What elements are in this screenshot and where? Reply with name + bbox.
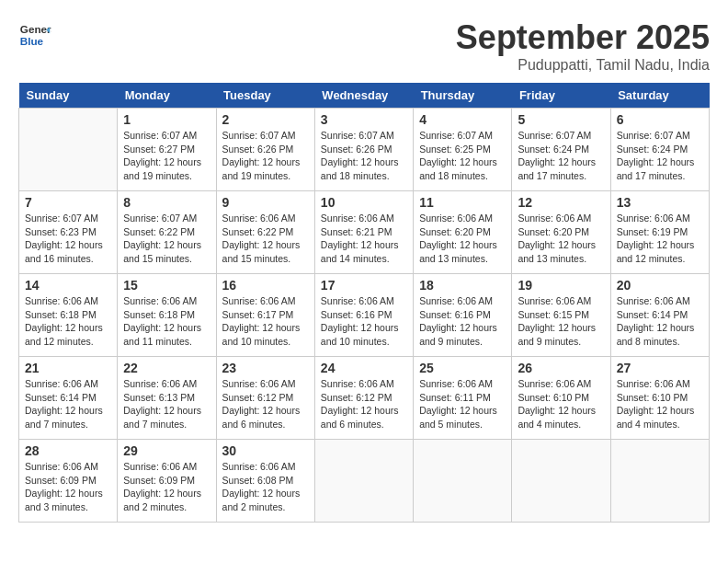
day-header-tuesday: Tuesday [216, 83, 314, 109]
title-area: September 2025 Puduppatti, Tamil Nadu, I… [456, 18, 710, 74]
day-header-sunday: Sunday [19, 83, 118, 109]
date-number: 22 [123, 361, 210, 375]
cell-info: Sunrise: 6:06 AM Sunset: 6:22 PM Dayligh… [222, 212, 309, 266]
date-number: 1 [123, 112, 210, 127]
date-number: 23 [222, 361, 309, 375]
calendar-cell [414, 440, 512, 523]
calendar-cell: 17Sunrise: 6:06 AM Sunset: 6:16 PM Dayli… [314, 274, 413, 357]
date-number: 28 [25, 443, 111, 458]
date-number: 25 [419, 361, 506, 375]
calendar-cell: 13Sunrise: 6:06 AM Sunset: 6:19 PM Dayli… [610, 191, 709, 274]
cell-info: Sunrise: 6:06 AM Sunset: 6:19 PM Dayligh… [617, 212, 703, 266]
calendar-cell: 15Sunrise: 6:06 AM Sunset: 6:18 PM Dayli… [118, 274, 216, 357]
cell-info: Sunrise: 6:07 AM Sunset: 6:26 PM Dayligh… [321, 129, 407, 183]
date-number: 5 [518, 112, 604, 127]
calendar-cell [19, 109, 118, 191]
calendar-cell: 6Sunrise: 6:07 AM Sunset: 6:24 PM Daylig… [610, 109, 709, 191]
cell-info: Sunrise: 6:06 AM Sunset: 6:09 PM Dayligh… [123, 460, 210, 514]
cell-info: Sunrise: 6:06 AM Sunset: 6:12 PM Dayligh… [321, 377, 407, 431]
calendar-cell: 25Sunrise: 6:06 AM Sunset: 6:11 PM Dayli… [414, 357, 512, 440]
date-number: 6 [617, 112, 703, 127]
days-header-row: SundayMondayTuesdayWednesdayThursdayFrid… [19, 83, 710, 109]
day-header-monday: Monday [118, 83, 216, 109]
calendar-cell: 26Sunrise: 6:06 AM Sunset: 6:10 PM Dayli… [512, 357, 610, 440]
calendar-cell: 3Sunrise: 6:07 AM Sunset: 6:26 PM Daylig… [314, 109, 413, 191]
calendar-cell: 4Sunrise: 6:07 AM Sunset: 6:25 PM Daylig… [414, 109, 512, 191]
cell-info: Sunrise: 6:06 AM Sunset: 6:20 PM Dayligh… [518, 212, 604, 266]
date-number: 19 [518, 278, 604, 293]
week-row-4: 21Sunrise: 6:06 AM Sunset: 6:14 PM Dayli… [19, 357, 710, 440]
date-number: 3 [321, 112, 407, 127]
cell-info: Sunrise: 6:06 AM Sunset: 6:13 PM Dayligh… [123, 377, 210, 431]
week-row-2: 7Sunrise: 6:07 AM Sunset: 6:23 PM Daylig… [19, 191, 710, 274]
calendar-cell: 21Sunrise: 6:06 AM Sunset: 6:14 PM Dayli… [19, 357, 118, 440]
day-header-saturday: Saturday [610, 83, 709, 109]
date-number: 29 [123, 443, 210, 458]
date-number: 2 [222, 112, 309, 127]
svg-text:General: General [20, 23, 51, 35]
date-number: 10 [321, 195, 407, 210]
week-row-5: 28Sunrise: 6:06 AM Sunset: 6:09 PM Dayli… [19, 440, 710, 523]
calendar-cell: 24Sunrise: 6:06 AM Sunset: 6:12 PM Dayli… [314, 357, 413, 440]
calendar-cell: 14Sunrise: 6:06 AM Sunset: 6:18 PM Dayli… [19, 274, 118, 357]
cell-info: Sunrise: 6:06 AM Sunset: 6:12 PM Dayligh… [222, 377, 309, 431]
date-number: 16 [222, 278, 309, 293]
date-number: 17 [321, 278, 407, 293]
cell-info: Sunrise: 6:06 AM Sunset: 6:21 PM Dayligh… [321, 212, 407, 266]
cell-info: Sunrise: 6:07 AM Sunset: 6:23 PM Dayligh… [25, 212, 111, 266]
date-number: 30 [222, 443, 309, 458]
date-number: 20 [617, 278, 703, 293]
calendar-cell: 1Sunrise: 6:07 AM Sunset: 6:27 PM Daylig… [118, 109, 216, 191]
cell-info: Sunrise: 6:06 AM Sunset: 6:18 PM Dayligh… [25, 294, 111, 349]
calendar-cell [610, 440, 709, 523]
calendar-cell: 23Sunrise: 6:06 AM Sunset: 6:12 PM Dayli… [216, 357, 314, 440]
cell-info: Sunrise: 6:06 AM Sunset: 6:10 PM Dayligh… [518, 377, 604, 431]
date-number: 15 [123, 278, 210, 293]
calendar-cell: 2Sunrise: 6:07 AM Sunset: 6:26 PM Daylig… [216, 109, 314, 191]
calendar-cell: 7Sunrise: 6:07 AM Sunset: 6:23 PM Daylig… [19, 191, 118, 274]
cell-info: Sunrise: 6:06 AM Sunset: 6:09 PM Dayligh… [25, 460, 111, 514]
date-number: 27 [617, 361, 703, 375]
cell-info: Sunrise: 6:06 AM Sunset: 6:20 PM Dayligh… [419, 212, 506, 266]
calendar-cell: 11Sunrise: 6:06 AM Sunset: 6:20 PM Dayli… [414, 191, 512, 274]
cell-info: Sunrise: 6:06 AM Sunset: 6:10 PM Dayligh… [617, 377, 703, 431]
cell-info: Sunrise: 6:07 AM Sunset: 6:27 PM Dayligh… [123, 129, 210, 183]
calendar-cell: 22Sunrise: 6:06 AM Sunset: 6:13 PM Dayli… [118, 357, 216, 440]
day-header-thursday: Thursday [414, 83, 512, 109]
date-number: 18 [419, 278, 506, 293]
calendar-cell: 28Sunrise: 6:06 AM Sunset: 6:09 PM Dayli… [19, 440, 118, 523]
date-number: 24 [321, 361, 407, 375]
date-number: 7 [25, 195, 111, 210]
date-number: 9 [222, 195, 309, 210]
cell-info: Sunrise: 6:06 AM Sunset: 6:18 PM Dayligh… [123, 294, 210, 349]
calendar-cell: 30Sunrise: 6:06 AM Sunset: 6:08 PM Dayli… [216, 440, 314, 523]
date-number: 8 [123, 195, 210, 210]
calendar-cell: 27Sunrise: 6:06 AM Sunset: 6:10 PM Dayli… [610, 357, 709, 440]
date-number: 11 [419, 195, 506, 210]
calendar-cell: 29Sunrise: 6:06 AM Sunset: 6:09 PM Dayli… [118, 440, 216, 523]
calendar-table: SundayMondayTuesdayWednesdayThursdayFrid… [18, 83, 710, 523]
cell-info: Sunrise: 6:06 AM Sunset: 6:11 PM Dayligh… [419, 377, 506, 431]
date-number: 4 [419, 112, 506, 127]
calendar-cell: 16Sunrise: 6:06 AM Sunset: 6:17 PM Dayli… [216, 274, 314, 357]
cell-info: Sunrise: 6:06 AM Sunset: 6:17 PM Dayligh… [222, 294, 309, 349]
day-header-friday: Friday [512, 83, 610, 109]
calendar-cell: 20Sunrise: 6:06 AM Sunset: 6:14 PM Dayli… [610, 274, 709, 357]
date-number: 13 [617, 195, 703, 210]
calendar-cell: 19Sunrise: 6:06 AM Sunset: 6:15 PM Dayli… [512, 274, 610, 357]
cell-info: Sunrise: 6:07 AM Sunset: 6:25 PM Dayligh… [419, 129, 506, 183]
month-title: September 2025 [456, 18, 710, 57]
header: General Blue September 2025 Puduppatti, … [18, 18, 710, 74]
day-header-wednesday: Wednesday [314, 83, 413, 109]
cell-info: Sunrise: 6:06 AM Sunset: 6:14 PM Dayligh… [617, 294, 703, 349]
cell-info: Sunrise: 6:07 AM Sunset: 6:26 PM Dayligh… [222, 129, 309, 183]
cell-info: Sunrise: 6:06 AM Sunset: 6:16 PM Dayligh… [419, 294, 506, 349]
cell-info: Sunrise: 6:07 AM Sunset: 6:24 PM Dayligh… [518, 129, 604, 183]
logo: General Blue [18, 18, 51, 52]
calendar-body: 1Sunrise: 6:07 AM Sunset: 6:27 PM Daylig… [19, 109, 710, 523]
calendar-cell [314, 440, 413, 523]
calendar-cell: 8Sunrise: 6:07 AM Sunset: 6:22 PM Daylig… [118, 191, 216, 274]
cell-info: Sunrise: 6:06 AM Sunset: 6:16 PM Dayligh… [321, 294, 407, 349]
svg-text:Blue: Blue [20, 35, 44, 47]
location-title: Puduppatti, Tamil Nadu, India [456, 57, 710, 74]
